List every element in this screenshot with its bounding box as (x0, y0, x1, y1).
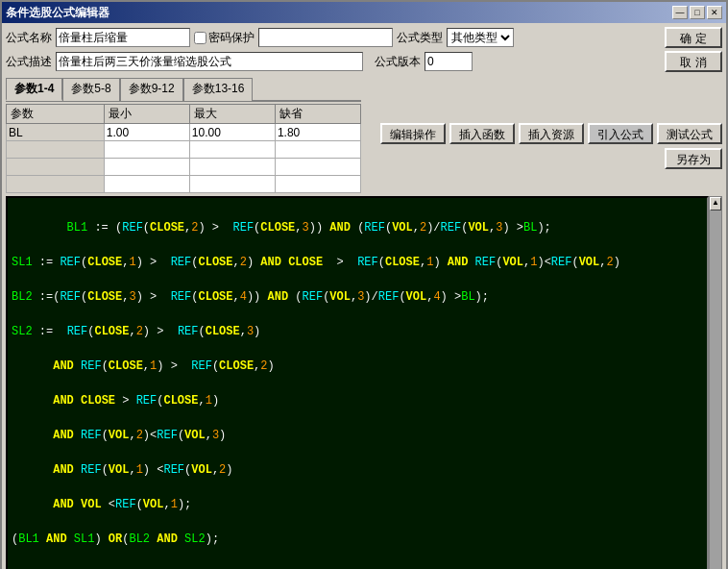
max-cell-4 (189, 176, 275, 193)
params-section: 参数1-4 参数5-8 参数9-12 参数13-16 参数 最小 最大 缺省 (6, 75, 361, 193)
table-row (7, 159, 361, 176)
default-cell-1 (275, 124, 360, 141)
import-formula-button[interactable]: 引入公式 (588, 123, 653, 144)
min-input-2[interactable] (105, 141, 189, 158)
default-input-1[interactable] (276, 124, 360, 140)
max-cell-3 (189, 159, 275, 176)
tab-params-9-12[interactable]: 参数9-12 (120, 78, 183, 101)
max-cell-2 (189, 141, 275, 159)
edit-ops-button[interactable]: 编辑操作 (380, 123, 446, 144)
param-tabs: 参数1-4 参数5-8 参数9-12 参数13-16 (6, 77, 361, 102)
editor-wrapper: BL1 := (REF(CLOSE,2) > REF(CLOSE,3)) AND… (6, 196, 722, 569)
default-cell-3 (275, 159, 360, 176)
param-cell-1: BL (7, 124, 105, 141)
name-label: 公式名称 (6, 30, 52, 46)
cancel-button[interactable]: 取 消 (665, 51, 722, 72)
formula-desc-row: 公式描述 公式版本 取 消 (6, 51, 722, 72)
main-window: 条件选股公式编辑器 — □ ✕ 公式名称 密码保护 公式类型 其他类型 确 定 (0, 0, 728, 569)
version-input[interactable] (425, 52, 473, 71)
col-header-max: 最大 (189, 105, 275, 124)
window-close-button[interactable]: ✕ (707, 6, 722, 19)
max-cell-1 (189, 124, 275, 141)
content-area: 公式名称 密码保护 公式类型 其他类型 确 定 公式描述 公式版本 取 消 (2, 23, 726, 569)
max-input-2[interactable] (190, 141, 275, 158)
save-as-button[interactable]: 另存为 (665, 148, 722, 169)
params-and-actions: 参数1-4 参数5-8 参数9-12 参数13-16 参数 最小 最大 缺省 (6, 75, 722, 193)
default-input-2[interactable] (276, 141, 360, 158)
col-header-default: 缺省 (275, 105, 360, 124)
maximize-button[interactable]: □ (690, 6, 705, 19)
min-cell-2 (104, 141, 189, 159)
test-formula-button[interactable]: 测试公式 (657, 123, 722, 144)
scroll-up-btn[interactable]: ▲ (710, 197, 721, 210)
min-cell-1 (104, 124, 189, 141)
scroll-track[interactable] (710, 210, 721, 569)
minimize-button[interactable]: — (672, 6, 688, 19)
min-cell-3 (104, 159, 189, 176)
tab-params-5-8[interactable]: 参数5-8 (62, 78, 119, 101)
param-cell-2 (7, 141, 105, 159)
min-input-1[interactable] (105, 124, 189, 140)
param-cell-4 (7, 176, 105, 193)
default-cell-4 (275, 176, 360, 193)
params-table: 参数 最小 最大 缺省 BL (6, 104, 361, 193)
table-row (7, 141, 361, 159)
table-row (7, 176, 361, 193)
type-label: 公式类型 (397, 30, 443, 46)
table-row: BL (7, 124, 361, 141)
action-buttons: 编辑操作 插入函数 插入资源 引入公式 测试公式 另存为 (365, 75, 722, 171)
confirm-button[interactable]: 确 定 (665, 27, 722, 48)
insert-res-button[interactable]: 插入资源 (519, 123, 584, 144)
max-input-1[interactable] (190, 124, 275, 140)
insert-fn-button[interactable]: 插入函数 (449, 123, 515, 144)
formula-desc-input[interactable] (56, 52, 363, 71)
min-input-4[interactable] (105, 176, 189, 192)
password-checkbox[interactable] (194, 32, 206, 44)
default-cell-2 (275, 141, 360, 159)
col-header-param: 参数 (7, 105, 105, 124)
window-title: 条件选股公式编辑器 (6, 5, 109, 21)
password-label: 密码保护 (194, 30, 255, 46)
tab-params-1-4[interactable]: 参数1-4 (6, 78, 62, 101)
col-header-min: 最小 (104, 105, 189, 124)
formula-name-input[interactable] (56, 28, 190, 47)
title-bar: 条件选股公式编辑器 — □ ✕ (2, 2, 726, 23)
param-cell-3 (7, 159, 105, 176)
desc-label: 公式描述 (6, 54, 52, 70)
min-input-3[interactable] (105, 159, 189, 175)
default-input-4[interactable] (276, 176, 360, 192)
max-input-4[interactable] (190, 176, 275, 192)
formula-name-row: 公式名称 密码保护 公式类型 其他类型 确 定 (6, 27, 722, 48)
editor-vscrollbar[interactable]: ▲ ▼ (709, 196, 722, 569)
code-editor[interactable]: BL1 := (REF(CLOSE,2) > REF(CLOSE,3)) AND… (6, 196, 709, 569)
password-input[interactable] (258, 28, 393, 47)
formula-type-select[interactable]: 其他类型 (447, 28, 514, 47)
max-input-3[interactable] (190, 159, 275, 175)
title-controls: — □ ✕ (672, 6, 722, 19)
right-action-buttons: 确 定 (665, 27, 722, 48)
default-input-3[interactable] (276, 159, 360, 175)
min-cell-4 (104, 176, 189, 193)
version-label: 公式版本 (375, 54, 421, 70)
tab-params-13-16[interactable]: 参数13-16 (183, 78, 254, 101)
